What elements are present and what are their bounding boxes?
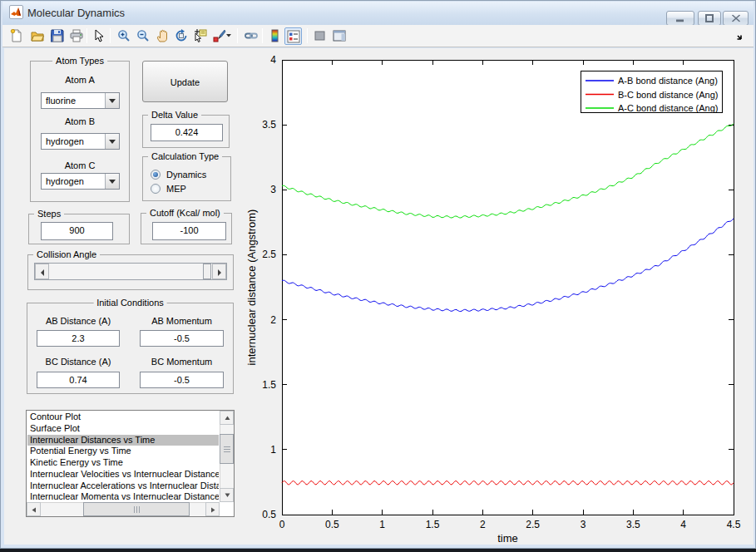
steps-title: Steps [34,209,64,219]
dynamics-radio-label: Dynamics [166,170,206,180]
plot-area [282,60,734,515]
y-axis-label: internuclear distance (Angstrom) [245,209,258,366]
legend-entry: A-B bond distance (Ang) [618,76,718,86]
zoom-out-button[interactable] [135,27,152,45]
list-item[interactable]: Internuclear Distances vs Time [27,435,219,446]
list-item[interactable]: Internuclear Accelerations vs Internucle… [27,481,219,492]
y-tick-label: 1 [270,444,276,456]
x-tick-label: 1 [379,519,385,530]
pan-button[interactable] [154,27,171,45]
legend-entry: A-C bond distance (Ang) [618,103,718,113]
bc-distance-label: BC Distance (A) [37,357,120,367]
bc-momentum-label: BC Momentum [140,357,224,367]
collision-angle-title: Collision Angle [33,249,100,259]
minimize-button[interactable] [666,11,694,26]
insert-colorbar-button[interactable] [267,27,284,45]
ab-distance-field[interactable]: 2.3 [37,330,120,347]
dropdown-arrow-icon[interactable] [105,174,119,189]
atom-a-dropdown[interactable]: fluorine [41,92,120,109]
x-tick-label: 4 [680,519,686,530]
slider-thumb[interactable] [203,264,211,279]
slider-left-arrow[interactable] [35,264,49,279]
show-plot-tools-button[interactable] [331,27,348,45]
bc-momentum-field[interactable]: -0.5 [140,372,224,388]
x-tick-label: 2 [480,519,486,530]
open-file-button[interactable] [29,27,47,45]
taskbar-sliver [0,549,756,552]
listbox-vertical-scrollbar[interactable] [220,411,234,502]
ab-momentum-label: AB Momentum [140,316,224,326]
list-item[interactable]: Internuclear Momenta vs Internuclear Dis… [27,491,219,501]
list-item[interactable]: Internuclear Velocities vs Internuclear … [27,469,219,481]
x-tick-label: 4.5 [727,519,741,530]
rotate-3d-button[interactable] [173,27,190,45]
list-item[interactable]: Kinetic Energy vs Time [27,457,219,469]
x-tick-label: 0.5 [325,519,339,530]
figure-content: Atom Types Atom A fluorine Atom B hydrog… [4,48,754,545]
scroll-up-button[interactable] [220,411,234,425]
slider-right-arrow[interactable] [212,264,226,279]
initial-conditions-title: Initial Conditions [93,298,167,308]
atom-b-label: Atom B [30,116,130,126]
window-title: Molecular Dynamics [27,7,125,19]
scroll-left-button[interactable] [27,502,41,516]
figure-window: Molecular Dynamics [0,0,756,549]
axes-plot: 00.511.522.533.544.50.511.522.533.54time… [242,48,754,545]
y-tick-label: 1.5 [262,379,276,391]
brush-dropdown-caret[interactable] [225,31,232,40]
dropdown-arrow-icon[interactable] [105,134,119,149]
zoom-in-button[interactable] [116,27,133,45]
x-tick-label: 2.5 [526,519,540,530]
link-plot-button[interactable] [243,27,260,45]
x-tick-label: 3.5 [626,519,640,530]
delta-value-field[interactable]: 0.424 [151,124,223,141]
steps-field[interactable]: 900 [41,222,113,240]
y-tick-label: 4 [270,54,276,66]
cutoff-title: Cutoff (Kcal/ mol) [146,208,224,218]
update-button[interactable]: Update [142,61,228,102]
data-cursor-button[interactable] [192,27,210,45]
mep-radio[interactable] [151,184,161,194]
scroll-right-button[interactable] [205,502,220,516]
scroll-down-button[interactable] [220,488,234,502]
save-figure-button[interactable] [49,27,67,45]
list-item[interactable]: Surface Plot [27,423,219,435]
dynamics-radio-row[interactable]: Dynamics [151,170,225,180]
pointer-button[interactable] [90,27,107,45]
bc-distance-field[interactable]: 0.74 [37,372,120,388]
title-bar[interactable]: Molecular Dynamics [2,2,754,25]
y-tick-label: 2.5 [262,249,276,260]
atom-a-label: Atom A [30,75,130,85]
hide-plot-tools-button[interactable] [312,27,329,45]
insert-legend-button[interactable] [284,27,302,45]
listbox-horizontal-scrollbar[interactable] [27,502,220,516]
dynamics-radio[interactable] [151,170,161,180]
y-tick-label: 3.5 [262,119,276,131]
cutoff-field[interactable]: -100 [152,222,226,240]
close-button[interactable] [723,11,749,26]
dropdown-arrow-icon[interactable] [105,93,119,108]
x-tick-label: 0 [279,519,285,530]
new-figure-button[interactable] [8,27,26,45]
list-item[interactable]: Contour Plot [27,412,219,423]
atom-b-dropdown[interactable]: hydrogen [41,133,120,150]
matlab-icon [9,5,23,19]
toolbar-overflow-icon[interactable] [736,32,745,42]
horizontal-scroll-thumb[interactable] [83,502,190,516]
mep-radio-row[interactable]: MEP [151,184,225,195]
y-tick-label: 2 [270,314,276,326]
collision-angle-slider[interactable] [34,263,227,280]
plot-legend[interactable]: A-B bond distance (Ang)B-C bond distance… [581,71,722,113]
y-tick-label: 3 [270,184,276,195]
calculation-type-title: Calculation Type [148,151,222,161]
ab-distance-label: AB Distance (A) [37,316,120,326]
list-item[interactable]: Potential Energy vs Time [27,446,219,457]
x-axis-label: time [497,532,518,545]
atom-c-dropdown[interactable]: hydrogen [41,173,120,190]
print-figure-button[interactable] [68,27,86,45]
ab-momentum-field[interactable]: -0.5 [140,330,224,347]
restore-button[interactable] [698,11,721,26]
y-tick-label: 0.5 [262,509,276,520]
plot-type-listbox[interactable]: Contour PlotSurface PlotInternuclear Dis… [26,410,235,517]
vertical-scroll-thumb[interactable] [220,434,234,464]
